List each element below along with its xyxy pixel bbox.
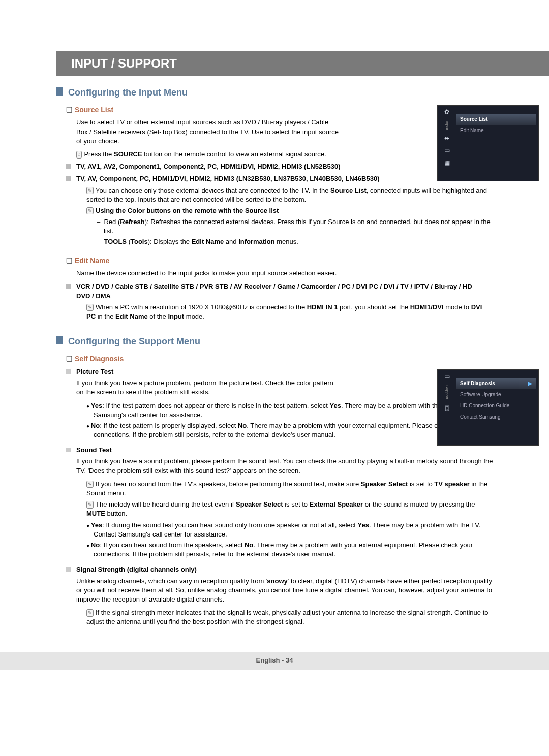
note-melody: ✎The melody will be heard during the tes…: [86, 500, 493, 518]
osd-body: Self Diagnosis▶ Software Upgrade HD Conn…: [456, 378, 536, 423]
osd-row-edit-name: Edit Name: [456, 125, 536, 136]
note-press-source: ⌂Press the SOURCE button on the remote c…: [76, 150, 493, 159]
folder-icon: ▭: [442, 147, 451, 154]
dash-tools: – TOOLS (Tools): Displays the Edit Name …: [97, 237, 493, 246]
osd-sidebar: ✿ Input ⬌ ▭ ▦: [440, 109, 454, 167]
support-icon: ⍰: [442, 404, 451, 412]
pencil-icon: ✎: [86, 207, 94, 215]
section-title-support-menu: Configuring the Support Menu: [56, 335, 549, 348]
osd-support: ▭ Support ⍰ Self Diagnosis▶ Software Upg…: [437, 369, 539, 446]
remote-icon: ⌂: [76, 151, 82, 159]
note-connected-devices: ✎You can choose only those external devi…: [86, 186, 493, 204]
osd-row-contact: Contact Samsung: [456, 412, 536, 423]
osd-row-label: Contact Samsung: [460, 414, 501, 421]
page: INPUT / SUPPORT Configuring the Input Me…: [0, 51, 549, 690]
osd-row-label: Self Diagnosis: [460, 380, 495, 387]
para-edit-name-desc: Name the device connected to the input j…: [76, 269, 493, 278]
dot-sound-no: No: If you can hear sound from the speak…: [86, 541, 483, 559]
pencil-icon: ✎: [86, 187, 94, 195]
chevron-right-icon: ▶: [528, 380, 532, 387]
edit-name-device-list: VCR / DVD / Cable STB / Satellite STB / …: [66, 282, 483, 300]
section-input-content: ✿ Input ⬌ ▭ ▦ Source List Edit Name Sour…: [66, 105, 534, 321]
subhead-self-diagnosis: Self Diagnosis: [66, 354, 534, 364]
page-footer: English - 34: [0, 652, 549, 669]
pencil-icon: ✎: [86, 609, 94, 617]
osd-row-label: Source List: [460, 116, 487, 123]
section-support-content: ▭ Support ⍰ Self Diagnosis▶ Software Upg…: [66, 354, 534, 626]
input-icon: ⬌: [442, 135, 451, 142]
para-picture-test-desc: If you think you have a picture problem,…: [76, 379, 341, 397]
osd-row-label: Software Upgrade: [460, 391, 501, 398]
note-speaker-select: ✎If you hear no sound from the TV's spea…: [86, 480, 493, 498]
gear-icon: ✿: [442, 109, 451, 116]
inputs-list-ln52: TV, AV1, AV2, Component1, Component2, PC…: [66, 162, 483, 171]
item-sound-test: Sound Test: [66, 446, 483, 455]
osd-row-software-upgrade: Software Upgrade: [456, 389, 536, 400]
chapter-banner: INPUT / SUPPORT: [56, 51, 549, 76]
para-signal-desc: Unlike analog channels, which can vary i…: [76, 577, 493, 605]
subhead-edit-name: Edit Name: [66, 256, 534, 266]
osd-row-hd-guide: HD Connection Guide: [456, 400, 536, 412]
para-source-list-desc: Use to select TV or other external input…: [76, 118, 341, 146]
pencil-icon: ✎: [86, 304, 94, 311]
note-color-buttons: ✎Using the Color buttons on the remote w…: [86, 206, 493, 215]
dot-picture-no: No: If the test pattern is properly disp…: [86, 421, 483, 439]
para-sound-test-desc: If you think you have a sound problem, p…: [76, 457, 493, 475]
osd-side-label: Support: [444, 385, 449, 399]
osd-row-self-diagnosis: Self Diagnosis▶: [456, 378, 536, 389]
osd-row-source-list: Source List: [456, 114, 536, 125]
pencil-icon: ✎: [86, 501, 94, 509]
item-picture-test: Picture Test: [66, 367, 483, 376]
inputs-list-others: TV, AV, Component, PC, HDMI1/DVI, HDMI2,…: [66, 174, 483, 183]
osd-row-label: HD Connection Guide: [460, 402, 509, 410]
section-title-input-menu: Configuring the Input Menu: [56, 86, 549, 99]
dot-picture-yes: Yes: If the test pattern does not appear…: [86, 401, 483, 420]
osd-body: Source List Edit Name: [456, 114, 536, 136]
item-signal-strength: Signal Strength (digital channels only): [66, 565, 483, 574]
osd-row-label: Edit Name: [460, 127, 484, 134]
osd-side-label: Input: [444, 121, 449, 130]
dash-red-refresh: – Red (Refresh): Refreshes the connected…: [97, 217, 493, 236]
dot-sound-yes: Yes: If during the sound test you can he…: [86, 521, 483, 539]
pencil-icon: ✎: [86, 481, 94, 488]
osd-sidebar: ▭ Support ⍰: [440, 373, 454, 412]
note-hdmi-pc: ✎When a PC with a resolution of 1920 X 1…: [86, 303, 493, 321]
note-signal-weak: ✎If the signal strength meter indicates …: [86, 608, 493, 626]
